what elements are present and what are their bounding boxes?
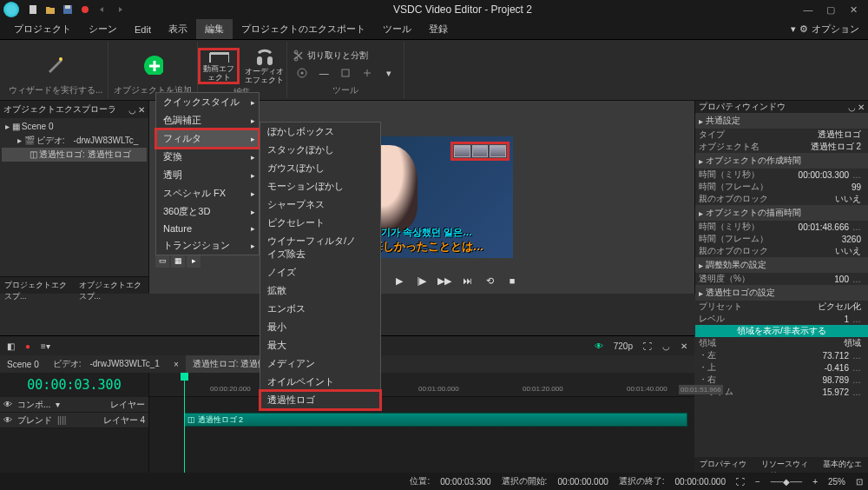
filter-blurbox[interactable]: ぼかしボックス (260, 122, 380, 141)
g6[interactable]: ▸ (187, 254, 201, 268)
tl-tab-scene[interactable]: Scene 0 (0, 357, 46, 372)
filter-median[interactable]: メディアン (260, 354, 380, 373)
panel-close-icon[interactable]: ✕ (138, 105, 145, 115)
filter-min[interactable]: 最小 (260, 318, 380, 336)
menu-specialfx[interactable]: スペシャル FX (156, 184, 259, 202)
track-header-1[interactable]: 👁 コンポ...▾ レイヤー (0, 397, 148, 413)
eye-icon[interactable]: 👁 (3, 400, 12, 409)
properties-panel: プロパティウィンドウ ◡✕ ▸共通設定 タイプ透過性ロゴ オブジェクト名透過性ロ… (694, 101, 868, 294)
play-icon[interactable]: ▶ (391, 273, 407, 288)
svg-rect-7 (210, 52, 229, 55)
menu-view[interactable]: 表示 (160, 19, 196, 39)
add-object-button[interactable] (138, 46, 168, 83)
menu-edit-en[interactable]: Edit (126, 21, 160, 38)
skip-end-icon[interactable]: ⏭ (459, 273, 475, 288)
loop-icon[interactable]: ⟲ (482, 273, 497, 288)
filter-max[interactable]: 最大 (260, 336, 380, 354)
filter-oilpaint[interactable]: オイルペイント (260, 373, 380, 391)
record-icon[interactable] (79, 3, 91, 16)
tl-x-icon[interactable]: ◧ (3, 340, 18, 353)
filter-wiener[interactable]: ウイナーフィルタ/ノイズ除去 (260, 232, 380, 263)
eye-icon[interactable]: 👁 (3, 415, 12, 425)
video-fx-button[interactable]: 動画エフェクト (198, 48, 240, 84)
tl-tab-video[interactable]: ビデオ: -drwJW83WLTc_1 (46, 355, 167, 373)
tree-logo[interactable]: ◫ 透過性ロゴ: 透過性ロゴ (2, 148, 147, 162)
menu-export[interactable]: プロジェクトのエクスポート (233, 19, 374, 39)
filter-noise[interactable]: ノイズ (260, 263, 380, 281)
g5[interactable]: ▦ (171, 254, 185, 268)
filter-emboss[interactable]: エンボス (260, 300, 380, 318)
filter-motion[interactable]: モーションぼかし (260, 177, 380, 195)
wizard-button[interactable] (41, 46, 70, 83)
playhead[interactable] (184, 373, 185, 473)
tl-close-icon[interactable]: ✕ (677, 340, 691, 353)
tool-b[interactable]: — (314, 63, 333, 83)
step-fwd-icon[interactable]: |▶ (414, 273, 430, 288)
rtab-fx[interactable]: 基本的なエフ... (818, 457, 868, 473)
menu-transform[interactable]: 変換 (156, 148, 259, 166)
filter-delogo[interactable]: 透過性ロゴ (260, 391, 380, 409)
filter-gaussian[interactable]: ガウスぼかし (260, 159, 380, 177)
tab-object-explorer[interactable]: オブジェクトエクスプ... (75, 277, 149, 294)
selection-handles[interactable] (450, 142, 510, 161)
tool-c[interactable] (336, 63, 355, 83)
menu-project[interactable]: プロジェクト (5, 19, 80, 39)
undo-icon[interactable] (96, 3, 108, 16)
menu-scene[interactable]: シーン (80, 19, 126, 39)
menu-360[interactable]: 360度と3D (156, 202, 259, 221)
tl-tab-x1[interactable]: × (167, 357, 186, 372)
audio-fx-button[interactable]: オーディオエフェクト (241, 48, 286, 84)
filter-stackblur[interactable]: スタックぼかし (260, 141, 380, 159)
tool-a[interactable] (293, 63, 312, 83)
zoom-out-icon[interactable]: − (755, 477, 760, 487)
tl-expand-icon[interactable]: ⛶ (640, 340, 655, 353)
menu-transparent[interactable]: 透明 (156, 166, 259, 184)
filter-diffuse[interactable]: 拡散 (260, 281, 380, 300)
menu-edit[interactable]: 編集 (196, 19, 233, 39)
track-header-2[interactable]: 👁 ブレンド |||| レイヤー 4 (0, 413, 148, 428)
rtab-props[interactable]: プロパティウィン... (694, 457, 756, 473)
menu-transition[interactable]: トランジション (156, 236, 259, 255)
options-button[interactable]: ▾ ⚙ オプション (791, 23, 863, 36)
pin-icon[interactable]: ◡ (128, 105, 136, 115)
zoom-in-icon[interactable]: + (812, 477, 818, 487)
next-frame-icon[interactable]: ▶▶ (437, 273, 452, 288)
tool-e[interactable]: ▾ (379, 63, 398, 83)
expand-icon[interactable]: ⛶ (736, 477, 745, 487)
fit-icon[interactable]: ⊡ (856, 477, 863, 487)
filter-sharpen[interactable]: シャープネス (260, 195, 380, 214)
tool-d[interactable] (358, 63, 377, 83)
tl-rec-icon[interactable]: ● (22, 340, 34, 353)
tl-list-icon[interactable]: ≡▾ (37, 340, 54, 353)
panel-close-icon[interactable]: ✕ (858, 103, 865, 112)
close-button[interactable]: ✕ (842, 0, 865, 19)
tl-pin-icon[interactable]: ◡ (659, 340, 674, 353)
save-icon[interactable] (62, 3, 74, 16)
stop-icon[interactable]: ■ (504, 273, 520, 288)
timeline-tracks[interactable]: 00:00:20.000 00:00:40.000 00:01:00.000 0… (149, 373, 694, 473)
menu-register[interactable]: 登録 (420, 19, 457, 39)
timeline-clip[interactable]: ◫ 透過性ロゴ 2 (184, 413, 687, 427)
pin-icon[interactable]: ◡ (848, 103, 856, 112)
new-icon[interactable] (27, 3, 39, 16)
tree-scene[interactable]: ▸ ▦ Scene 0 (2, 120, 147, 134)
menu-tools[interactable]: ツール (374, 19, 420, 39)
g4[interactable]: ▭ (155, 254, 169, 268)
menu-quickstyle[interactable]: クイックスタイル (156, 93, 259, 111)
zoom-slider[interactable]: ──◆── (771, 477, 802, 487)
filter-pixelate[interactable]: ピクセレート (260, 214, 380, 232)
redo-icon[interactable] (114, 3, 126, 16)
cut-split-button[interactable]: 切り取りと分割 (293, 50, 398, 62)
rtab-resource[interactable]: リソースウィンド... (756, 457, 818, 473)
tl-res[interactable]: 720p (610, 340, 636, 353)
minimize-button[interactable]: — (797, 0, 819, 19)
tree-video[interactable]: ▸ 🎬 ビデオ: -drwJW83WLTc_ (2, 134, 147, 148)
tl-eye-icon[interactable]: 👁 (591, 340, 607, 353)
maximize-button[interactable]: ▢ (819, 0, 842, 19)
open-icon[interactable] (44, 3, 56, 16)
menu-nature[interactable]: Nature (156, 221, 259, 236)
menu-color[interactable]: 色調補正 (156, 111, 259, 129)
tab-project-explorer[interactable]: プロジェクトエクスプ... (0, 277, 75, 294)
show-hide-region[interactable]: 領域を表示/非表示する (695, 325, 868, 337)
menu-filter[interactable]: フィルタ (156, 129, 259, 148)
